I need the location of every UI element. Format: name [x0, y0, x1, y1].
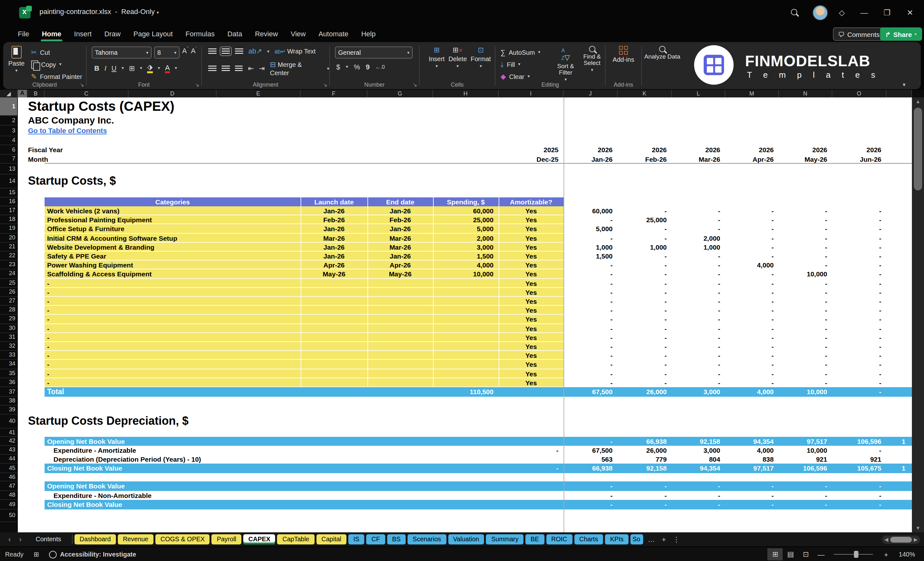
cell-launch-18[interactable]: Feb-26 [301, 215, 368, 224]
cell-K30[interactable]: - [618, 324, 672, 333]
alignment-dialog-launcher[interactable]: ↘ [323, 82, 327, 88]
row-header-34[interactable]: 34 [0, 360, 17, 369]
row-header-23[interactable]: 23 [0, 261, 17, 269]
cell-O27[interactable]: - [832, 297, 886, 306]
cell-L30[interactable]: - [672, 324, 725, 333]
cell-end-17[interactable]: Jan-26 [368, 206, 433, 215]
col-header-M[interactable]: M [725, 90, 779, 98]
cell-M32[interactable]: - [725, 342, 779, 351]
cell-O21[interactable]: - [832, 243, 886, 252]
ribbon-tab-page-layout[interactable]: Page Layout [127, 27, 179, 40]
cell-N45[interactable]: 106,596 [779, 464, 832, 473]
row-header-27[interactable]: 27 [0, 297, 17, 306]
cell-I45[interactable]: - [499, 464, 564, 473]
cell-K47[interactable]: - [618, 482, 672, 491]
cell-J23[interactable]: - [564, 261, 618, 269]
delete-cells-button[interactable]: ⊞✕Delete▾ [448, 42, 467, 69]
zoom-out-button[interactable]: — [813, 548, 829, 560]
fill-button[interactable]: ⤓Fill▾ [501, 59, 552, 69]
cell-O26[interactable]: - [832, 288, 886, 297]
cell-M7[interactable]: Apr-26 [725, 155, 779, 164]
align-left-button[interactable] [208, 66, 216, 71]
cell-N47[interactable]: - [779, 482, 832, 491]
cell-M47[interactable]: - [725, 482, 779, 491]
minimize-button[interactable]: — [857, 6, 871, 19]
sheet-tab-captable[interactable]: CapTable [278, 534, 315, 544]
sheet-tab-charts[interactable]: Charts [574, 534, 603, 544]
cell-L32[interactable]: - [672, 342, 725, 351]
col-header-K[interactable]: K [618, 90, 672, 98]
col-header-B[interactable]: B [27, 90, 45, 98]
cell-K7[interactable]: Feb-26 [618, 155, 672, 164]
scroll-left-icon[interactable]: ◀ [884, 537, 888, 542]
analyze-data-button[interactable]: Analyze Data [644, 42, 680, 60]
cell-launch-21[interactable]: Jan-26 [301, 243, 368, 252]
cell-L37[interactable]: 3,000 [672, 387, 725, 397]
cell-I7[interactable]: Dec-25 [499, 155, 564, 164]
row-header-19[interactable]: 19 [0, 225, 17, 233]
total-label[interactable]: Total [47, 387, 142, 397]
cell-K49[interactable]: - [618, 500, 672, 509]
section-title[interactable]: Startup Costs Depreciation, $ [28, 413, 410, 429]
cell-O29[interactable]: - [832, 315, 886, 324]
ribbon-tab-view[interactable]: View [284, 27, 312, 40]
cell-I43[interactable]: - [499, 446, 564, 454]
cell-J17[interactable]: 60,000 [564, 206, 618, 215]
cell-amortizable-26[interactable]: Yes [499, 288, 564, 297]
cell-K21[interactable]: 1,000 [618, 243, 672, 252]
zoom-in-button[interactable]: + [879, 548, 894, 560]
cell-spending-17[interactable]: 60,000 [433, 206, 499, 215]
cell-spending-22[interactable]: 1,500 [433, 252, 499, 261]
cell-category-17[interactable]: Work Vehicles (2 vans) [47, 206, 298, 215]
row-header-31[interactable]: 31 [0, 333, 17, 342]
cell-M6[interactable]: 2026 [725, 145, 779, 155]
cell-L36[interactable]: - [672, 378, 725, 387]
row-header-21[interactable]: 21 [0, 243, 17, 252]
wrap-text-button[interactable]: ab↵ Wrap Text [274, 48, 315, 55]
cell-N31[interactable]: - [779, 333, 832, 342]
row-header-50[interactable]: 50 [0, 509, 17, 522]
format-cells-button[interactable]: ⊡Format▾ [471, 42, 490, 69]
cell-L19[interactable]: - [672, 225, 725, 233]
row-header-18[interactable]: 18 [0, 215, 17, 224]
cell-N34[interactable]: - [779, 360, 832, 369]
cell-M17[interactable]: - [725, 206, 779, 215]
cell-launch-19[interactable]: Jan-26 [301, 225, 368, 233]
cell-J48[interactable]: - [564, 491, 618, 500]
sheet-nav-right-icon[interactable]: › [16, 535, 25, 544]
cell-end-20[interactable]: Mar-26 [368, 233, 433, 242]
row-header-29[interactable]: 29 [0, 315, 17, 324]
cell-K22[interactable]: - [618, 252, 672, 261]
font-name-combo[interactable]: Tahoma▾ [92, 46, 152, 58]
sheet-tab-scenarios[interactable]: Scenarios [408, 534, 446, 544]
vertical-scrollbar-thumb[interactable] [914, 108, 922, 190]
horizontal-scrollbar-thumb[interactable] [890, 537, 912, 542]
accessibility-status[interactable]: Accessibility: Investigate [44, 550, 141, 558]
cell-O37[interactable]: - [832, 387, 886, 397]
col-header-L[interactable]: L [672, 90, 725, 98]
cell-amortizable-21[interactable]: Yes [499, 243, 564, 252]
cell-K32[interactable]: - [618, 342, 672, 351]
cell-end-24[interactable]: May-26 [368, 270, 433, 279]
col-header-O[interactable]: O [832, 90, 886, 98]
number-dialog-launcher[interactable]: ↘ [413, 82, 417, 88]
cell-amortizable-28[interactable]: Yes [499, 306, 564, 315]
increase-decimal-button[interactable]: ←.0 [375, 64, 385, 70]
cell-M24[interactable]: - [725, 270, 779, 279]
percent-format-button[interactable]: % [354, 63, 360, 70]
restore-button[interactable]: ❐ [880, 6, 894, 19]
normal-view-button[interactable]: ⊞ [768, 548, 783, 560]
cell-J49[interactable]: - [564, 500, 618, 509]
cell-M18[interactable]: - [725, 215, 779, 224]
cell-N43[interactable]: 10,000 [779, 446, 832, 454]
sheet-nav-left-icon[interactable]: ‹ [5, 535, 14, 544]
cell-spending-20[interactable]: 2,000 [433, 233, 499, 242]
row-header-22[interactable]: 22 [0, 252, 17, 261]
cell-N42[interactable]: 97,517 [779, 437, 832, 446]
cell-J26[interactable]: - [564, 288, 618, 297]
cell-L47[interactable]: - [672, 482, 725, 491]
clear-button[interactable]: ◆Clear▾ [501, 71, 552, 81]
cell-M31[interactable]: - [725, 333, 779, 342]
premium-diamond-icon[interactable]: ◇ [835, 6, 849, 19]
col-header-F[interactable]: F [301, 90, 368, 98]
